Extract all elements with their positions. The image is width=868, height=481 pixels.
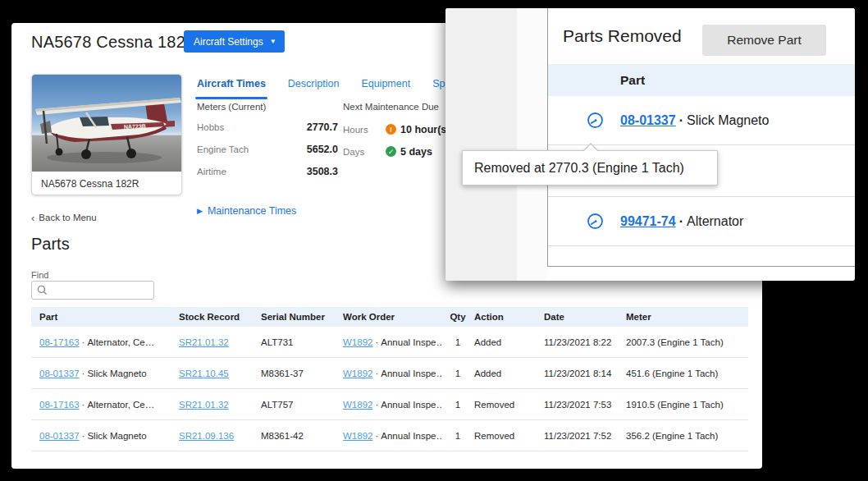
chevron-left-icon: ‹ (31, 213, 34, 222)
col-header-date: Date (544, 312, 626, 322)
table-row: 08-17163·Alternator, Ce… SR21.01.32 ALT7… (31, 389, 748, 420)
dot-separator: · (80, 400, 88, 410)
find-label: Find (31, 270, 48, 280)
work-order-link[interactable]: W1892 (343, 337, 372, 347)
serial-number: M8361-37 (261, 369, 343, 378)
aircraft-photo: NA723B (32, 75, 181, 172)
table-header-row: Part Stock Record Serial Number Work Ord… (31, 307, 748, 327)
aircraft-settings-label: Aircraft Settings (194, 36, 263, 48)
part-number-link[interactable]: 08-17163 (39, 400, 80, 410)
part-name: Alternator, Ce… (87, 400, 154, 410)
find-search-box (31, 281, 154, 300)
meters-current-section: Meters (Current) Hobbs 2770.7 Engine Tac… (197, 102, 338, 188)
dot-separator: · (372, 369, 381, 378)
check-icon: ✓ (386, 146, 396, 157)
tab-equipment[interactable]: Equipment (361, 78, 410, 99)
meter-value: 356.2 (Engine 1 Tach) (626, 431, 748, 441)
dot-separator: · (676, 113, 687, 127)
search-icon (37, 285, 48, 295)
part-name: Slick Magneto (87, 369, 146, 378)
col-header-part: Part (31, 312, 179, 322)
stock-record-link[interactable]: SR21.10.45 (179, 369, 229, 378)
serial-number: ALT757 (261, 400, 343, 410)
work-order-link[interactable]: W1892 (343, 369, 372, 378)
stock-record-link[interactable]: SR21.01.32 (179, 337, 229, 347)
dot-separator: · (80, 337, 88, 347)
work-order-link[interactable]: W1892 (343, 400, 372, 410)
part-number-link[interactable]: 08-17163 (39, 337, 80, 347)
back-to-menu-label: Back to Menu (39, 213, 96, 222)
work-order-desc: Annual Inspe… (381, 431, 441, 441)
part-number-link[interactable]: 99471-74 (620, 214, 676, 228)
tab-description[interactable]: Description (288, 78, 340, 99)
maintenance-times-link[interactable]: ▶ Maintenance Times (197, 205, 296, 217)
serial-number: ALT731 (261, 337, 343, 347)
dot-separator: · (676, 214, 687, 228)
due-label: Hours (343, 125, 386, 135)
part-number-link[interactable]: 08-01337 (39, 431, 80, 441)
part-name: Slick Magneto (87, 431, 146, 441)
meter-value: 5652.0 (307, 144, 338, 155)
meter-value: 2007.3 (Engine 1 Tach) (626, 337, 748, 347)
date-value: 11/23/2021 8:14 (544, 369, 626, 378)
col-header-serial-number: Serial Number (261, 312, 343, 322)
parts-removed-panel: Parts Removed Remove Part Part 08-01337·… (547, 8, 855, 267)
meter-gauge-icon[interactable] (587, 213, 604, 230)
meter-label: Engine Tach (197, 144, 249, 154)
part-column-header: Part (620, 73, 645, 88)
qty-value: 1 (441, 400, 474, 410)
meter-row-hobbs: Hobbs 2770.7 (197, 121, 338, 137)
chevron-down-icon: ▼ (270, 39, 276, 45)
work-order-desc: Annual Inspe… (381, 337, 441, 347)
aircraft-card[interactable]: NA723B (31, 74, 182, 195)
meter-gauge-icon[interactable] (587, 112, 604, 129)
dot-separator: · (372, 337, 381, 347)
meter-value: 451.6 (Engine 1 Tach) (626, 369, 748, 378)
screenshot-background: NA5678 Cessna 182R Aircraft Settings ▼ (0, 0, 868, 481)
due-value: 5 days (400, 146, 432, 158)
meter-row-engine-tach: Engine Tach 5652.0 (197, 144, 338, 159)
table-row: 08-17163·Alternator, Ce… SR21.01.32 ALT7… (31, 327, 748, 358)
tab-aircraft-times[interactable]: Aircraft Times (197, 78, 266, 99)
dot-separator: · (372, 400, 381, 410)
airplane-illustration: NA723B (32, 75, 181, 172)
col-header-stock-record: Stock Record (179, 312, 261, 322)
stock-record-link[interactable]: SR21.09.136 (179, 431, 234, 441)
part-name: Slick Magneto (687, 113, 770, 127)
qty-value: 1 (441, 431, 474, 441)
action-value: Added (474, 369, 544, 378)
overlay-left-strip (517, 8, 547, 281)
work-order-link[interactable]: W1892 (343, 431, 372, 441)
col-header-work-order: Work Order (343, 312, 441, 322)
aircraft-settings-button[interactable]: Aircraft Settings ▼ (184, 30, 285, 53)
aircraft-title: NA5678 Cessna 182R (31, 32, 198, 52)
dot-separator: · (80, 369, 88, 378)
col-header-action: Action (474, 312, 544, 322)
removed-meter-tooltip: Removed at 2770.3 (Engine 1 Tach) (462, 150, 718, 186)
due-label: Days (343, 147, 386, 157)
meter-row-airtime: Airtime 3508.3 (197, 166, 338, 181)
overlay-left-gutter (445, 8, 517, 281)
col-header-meter: Meter (626, 312, 748, 322)
aircraft-tabs: Aircraft Times Description Equipment Spe… (197, 78, 461, 99)
remove-part-button[interactable]: Remove Part (702, 25, 826, 56)
meter-value: 2770.7 (307, 121, 338, 133)
work-order-desc: Annual Inspe… (381, 400, 441, 410)
due-value: 10 hour(s) (400, 124, 450, 135)
part-number-link[interactable]: 08-01337 (39, 369, 80, 378)
maintenance-times-label: Maintenance Times (208, 205, 296, 217)
part-number-link[interactable]: 08-01337 (620, 113, 676, 127)
back-to-menu-link[interactable]: ‹ Back to Menu (31, 213, 97, 222)
parts-removed-window: Parts Removed Remove Part Part 08-01337·… (445, 8, 855, 281)
stock-record-link[interactable]: SR21.01.32 (179, 400, 229, 410)
parts-removed-title: Parts Removed (563, 26, 682, 46)
dot-separator: · (372, 431, 381, 441)
warning-icon: ! (386, 124, 396, 135)
find-input[interactable] (52, 285, 146, 296)
meter-value: 1910.5 (Engine 1 Tach) (626, 400, 748, 410)
removed-part-row: 08-01337·Slick Magneto (548, 96, 855, 145)
dot-separator: · (80, 431, 88, 441)
work-order-desc: Annual Inspe… (381, 369, 441, 378)
col-header-qty: Qty (441, 312, 474, 322)
qty-value: 1 (441, 337, 474, 347)
